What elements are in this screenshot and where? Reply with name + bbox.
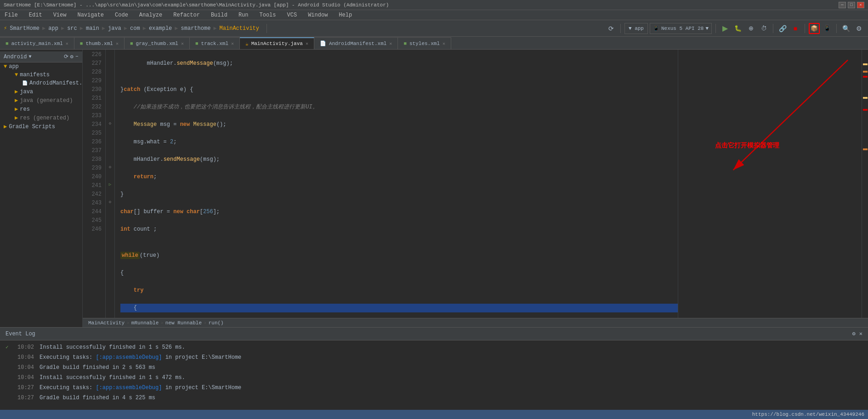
android-label: Android: [4, 54, 27, 60]
item-label: res (generated): [20, 115, 69, 121]
tab-label: MainActivity.java: [251, 41, 303, 46]
debug-button[interactable]: 🐛: [732, 23, 743, 34]
menu-help[interactable]: Help: [336, 11, 355, 19]
sidebar-item-java-generated[interactable]: ▶ java (generated): [0, 96, 82, 105]
tab-gray-thumb[interactable]: ■ gray_thumb.xml ✕: [125, 37, 190, 49]
menu-tools[interactable]: Tools: [257, 11, 279, 19]
nav-smarthome: smarthome: [181, 25, 211, 32]
log-text: Install successfully finished in 1 s 472…: [40, 374, 862, 382]
tab-track[interactable]: ■ track.xml ✕: [190, 37, 240, 49]
close-icon[interactable]: ✕: [116, 41, 119, 46]
project-view-selector[interactable]: Android ▼ ⟳ ⚙ –: [0, 51, 82, 62]
log-time: 10:04: [17, 374, 34, 382]
folder-icon: ▼: [4, 63, 7, 70]
gutter-annotation-243: ◇: [106, 198, 114, 207]
scroll-marker: [863, 71, 868, 73]
run-button[interactable]: ▶: [720, 23, 731, 34]
settings-icon[interactable]: ⚙: [70, 53, 74, 60]
breadcrumb-run[interactable]: run(): [209, 320, 224, 326]
menu-analyze[interactable]: Analyze: [136, 11, 165, 19]
task-link[interactable]: [:app:assembleDebug]: [96, 354, 162, 361]
avd-manager-button[interactable]: 📱: [822, 23, 833, 34]
menu-build[interactable]: Build: [208, 11, 230, 19]
item-label: java: [20, 89, 33, 95]
item-label: java (generated): [20, 97, 73, 104]
attach-debugger[interactable]: 🔗: [777, 23, 788, 34]
sidebar-item-manifests[interactable]: ▼ manifests: [0, 71, 82, 79]
tab-bar: ■ activity_main.xml ✕ ■ thumb.xml ✕ ■ gr…: [0, 37, 868, 50]
menu-file[interactable]: File: [2, 11, 21, 19]
device-selector[interactable]: 📱 Nexus 5 API 28 ▼: [650, 23, 712, 34]
tab-mainactivity[interactable]: ☕ MainActivity.java ✕: [240, 37, 314, 49]
close-icon[interactable]: ✕: [306, 41, 308, 46]
code-line-226: mHandler.sendMessage(msg);: [120, 59, 678, 68]
sidebar-item-androidmanifest[interactable]: 📄 AndroidManifest.xml: [0, 79, 82, 87]
title-bar: SmartHome [E:\SmartHome] - ...\app\src\m…: [0, 0, 868, 10]
nav-src: src: [67, 25, 77, 32]
tab-androidmanifest[interactable]: 📄 AndroidManifest.xml ✕: [314, 37, 398, 49]
nav-com: com: [130, 25, 140, 32]
sync-button[interactable]: ⟳: [606, 23, 617, 34]
close-icon[interactable]: ✕: [389, 41, 392, 46]
menu-code[interactable]: Code: [112, 11, 131, 19]
tab-label: styles.xml: [409, 41, 440, 46]
nav-example: example: [149, 25, 172, 32]
sidebar-item-gradle-scripts[interactable]: ▶ Gradle Scripts: [0, 122, 82, 131]
search-everywhere[interactable]: 🔍: [840, 23, 851, 34]
sdk-manager-button[interactable]: 📦: [809, 23, 820, 34]
menu-edit[interactable]: Edit: [26, 11, 45, 19]
code-line-240: try: [120, 286, 678, 295]
minimize-button[interactable]: ─: [839, 2, 846, 8]
menu-navigate[interactable]: Navigate: [74, 11, 107, 19]
menu-view[interactable]: View: [51, 11, 69, 19]
log-text: Install successfully finished in 1 s 526…: [40, 343, 862, 351]
device-label: Nexus 5 API 28: [661, 26, 703, 31]
separator-3: [715, 24, 716, 33]
close-button[interactable]: ✕: [857, 2, 864, 8]
app-selector[interactable]: ▼ app: [624, 23, 648, 34]
annotation-arrow-svg: [678, 50, 862, 318]
tab-activity-main[interactable]: ■ activity_main.xml ✕: [0, 37, 74, 49]
breadcrumb-new-runnable[interactable]: new Runnable: [165, 320, 202, 326]
toolbar: ⚡ SmartHome ▶ app ▶ src ▶ main ▶ java ▶ …: [0, 20, 868, 37]
stop-button[interactable]: ■: [790, 23, 801, 34]
profile-button[interactable]: ⏱: [758, 23, 769, 34]
sync-icon[interactable]: ⟳: [64, 53, 68, 60]
menu-vcs[interactable]: VCS: [284, 11, 300, 19]
code-content[interactable]: mHandler.sendMessage(msg); }catch (Excep…: [115, 50, 678, 318]
breadcrumb-mrunnable[interactable]: mRunnable: [131, 320, 159, 326]
settings-icon[interactable]: ⚙: [852, 330, 856, 337]
close-icon[interactable]: ✕: [231, 41, 234, 46]
nav-mainactivity: MainActivity: [220, 25, 259, 32]
run-with-coverage[interactable]: ⊕: [745, 23, 756, 34]
code-line-238: while(true): [120, 251, 678, 260]
collapse-icon[interactable]: –: [75, 53, 79, 60]
event-log-content[interactable]: ✓ 10:02 Install successfully finished in…: [0, 340, 868, 410]
breadcrumb-mainactivity[interactable]: MainActivity: [88, 320, 125, 326]
settings-button[interactable]: ⚙: [853, 23, 864, 34]
tab-styles[interactable]: ■ styles.xml ✕: [398, 37, 451, 49]
menu-window[interactable]: Window: [305, 11, 330, 19]
menu-refactor[interactable]: Refactor: [170, 11, 203, 19]
close-icon[interactable]: ✕: [443, 41, 445, 46]
log-entry-5: 10:27 Executing tasks: [:app:assembleDeb…: [0, 383, 868, 393]
sidebar-item-app[interactable]: ▼ app: [0, 62, 82, 71]
log-text: Gradle build finished in 4 s 225 ms: [40, 394, 862, 402]
sidebar-item-java[interactable]: ▶ java: [0, 87, 82, 96]
event-log-header: Event Log ⚙ ✕: [0, 328, 868, 340]
java-icon: ☕: [245, 41, 249, 47]
csdn-link[interactable]: https://blog.csdn.net/weixin_43449246: [752, 412, 864, 417]
code-line-228: }catch (Exception e) {: [120, 85, 678, 94]
sidebar-item-res[interactable]: ▶ res: [0, 105, 82, 113]
log-entry-1: ✓ 10:02 Install successfully finished in…: [0, 342, 868, 352]
event-log-title: Event Log: [6, 331, 35, 337]
close-icon[interactable]: ✕: [859, 330, 862, 337]
scrollbar-gutter[interactable]: [862, 50, 868, 318]
sidebar-item-res-generated[interactable]: ▶ res (generated): [0, 113, 82, 122]
task-link[interactable]: [:app:assembleDebug]: [96, 385, 162, 391]
menu-run[interactable]: Run: [236, 11, 251, 19]
close-icon[interactable]: ✕: [66, 41, 68, 46]
tab-thumb[interactable]: ■ thumb.xml ✕: [74, 37, 125, 49]
close-icon[interactable]: ✕: [181, 41, 184, 46]
maximize-button[interactable]: □: [848, 2, 855, 8]
